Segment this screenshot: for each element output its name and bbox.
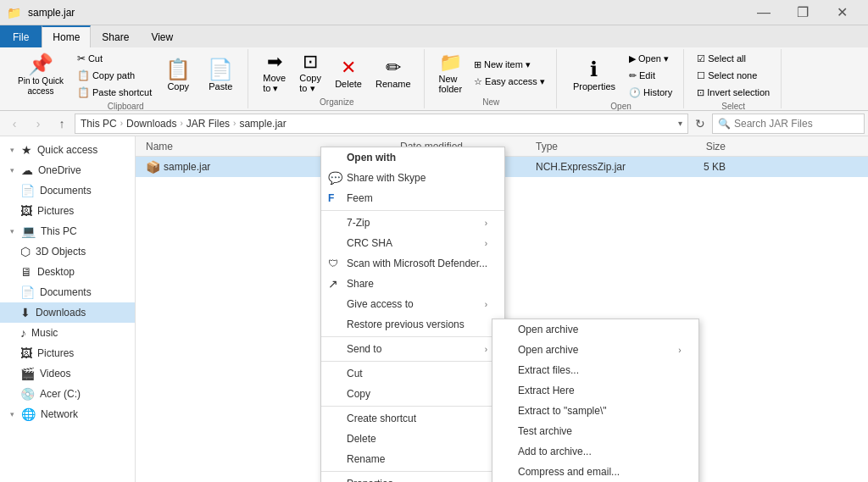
back-button[interactable]: ‹ — [3, 114, 25, 134]
sidebar-item-onedrive[interactable]: ▾ ☁ OneDrive — [0, 160, 135, 180]
ctx-extract-to[interactable]: Extract to "sample\" — [492, 401, 698, 421]
ctx-copy[interactable]: Copy — [321, 384, 504, 404]
address-bar[interactable]: This PC › Downloads › JAR Files › sample… — [75, 114, 688, 134]
sidebar-item-quick-access[interactable]: ▾ ★ Quick access — [0, 140, 135, 160]
ctx-7zip[interactable]: 7-Zip › — [321, 213, 504, 233]
select-all-button[interactable]: ☑ Select all — [693, 51, 750, 66]
sidebar-item-music[interactable]: ♪ Music — [0, 323, 135, 343]
maximize-button[interactable]: ❐ — [783, 0, 822, 25]
search-input[interactable] — [734, 118, 859, 130]
ctx-add-archive[interactable]: Add to archive... — [492, 441, 698, 462]
music-icon: ♪ — [20, 326, 26, 340]
forward-button[interactable]: › — [27, 114, 49, 134]
ctx-delete-label: Delete — [347, 433, 376, 445]
minimize-button[interactable]: — — [744, 0, 783, 25]
pin-label: Pin to Quickaccess — [18, 76, 64, 97]
sidebar-item-3d-objects[interactable]: ⬡ 3D Objects — [0, 241, 135, 262]
ctx-restore-versions[interactable]: Restore previous versions — [321, 314, 504, 335]
ctx-cut-label: Cut — [347, 368, 363, 380]
sidebar-item-videos[interactable]: 🎬 Videos — [0, 363, 135, 384]
new-item-button[interactable]: ⊞ New item ▾ — [470, 58, 549, 73]
rename-button[interactable]: ✏ Rename — [370, 52, 417, 96]
search-box[interactable]: 🔍 — [712, 114, 865, 134]
ctx-compress-email[interactable]: Compress and email... — [492, 462, 698, 482]
ctx-cut[interactable]: Cut — [321, 363, 504, 384]
ctx-give-access[interactable]: Give access to › — [321, 294, 504, 314]
ctx-scan-defender[interactable]: 🛡 Scan with Microsoft Defender... — [321, 253, 504, 274]
move-to-button[interactable]: ➡ Moveto ▾ — [257, 52, 292, 96]
tab-view[interactable]: View — [140, 25, 184, 47]
ctx-scan-label: Scan with Microsoft Defender... — [347, 258, 487, 269]
select-buttons: ☑ Select all ☐ Select none ⊡ Invert sele… — [693, 51, 774, 100]
sidebar-item-pictures-od[interactable]: 🖼 Pictures — [0, 201, 135, 221]
tab-share[interactable]: Share — [91, 25, 140, 47]
videos-icon: 🎬 — [20, 367, 35, 380]
properties-label: Properties — [573, 81, 615, 91]
ctx-share[interactable]: ↗ Share — [321, 274, 504, 294]
edit-button[interactable]: ✏ Edit — [625, 68, 676, 83]
ctx-open-with[interactable]: Open with — [321, 147, 504, 168]
ctx-feem-label: Feem — [347, 192, 373, 204]
defender-icon: 🛡 — [328, 258, 338, 269]
ctx-rename[interactable]: Rename — [321, 449, 504, 469]
cut-button[interactable]: ✂ Cut — [73, 51, 156, 66]
ctx-send-to[interactable]: Send to › — [321, 339, 504, 359]
tab-home[interactable]: Home — [42, 25, 91, 47]
copy-to-button[interactable]: ⊡ Copyto ▾ — [293, 52, 327, 96]
ctx-delete[interactable]: Delete — [321, 429, 504, 449]
ctx-test-archive[interactable]: Test archive — [492, 421, 698, 441]
select-none-label: Select none — [708, 70, 757, 80]
paste-button[interactable]: 📄 Paste — [200, 52, 241, 99]
new-folder-button[interactable]: 📁 Newfolder — [433, 52, 469, 96]
ribbon: File Home Share View 📌 Pin to Quickacces… — [0, 25, 868, 111]
open-label: Open ▾ — [638, 53, 669, 64]
pictures-od-icon: 🖼 — [20, 204, 32, 218]
breadcrumb-thispc[interactable]: This PC — [81, 118, 117, 130]
ctx-open-archive[interactable]: Open archive — [492, 319, 698, 340]
sidebar-item-pictures[interactable]: 🖼 Pictures — [0, 343, 135, 363]
ctx-open-archive2[interactable]: Open archive › — [492, 340, 698, 360]
sidebar-item-downloads[interactable]: ⬇ Downloads — [0, 302, 135, 323]
open-button[interactable]: ▶ Open ▾ — [625, 51, 676, 66]
ctx-extract-to-label: Extract to "sample\" — [518, 405, 607, 417]
sidebar-item-desktop[interactable]: 🖥 Desktop — [0, 262, 135, 282]
ctx-feem[interactable]: F Feem — [321, 188, 504, 208]
col-size[interactable]: Size — [665, 141, 732, 152]
rename-icon: ✏ — [386, 58, 401, 77]
ctx-extract-files[interactable]: Extract files... — [492, 360, 698, 380]
pin-to-quick-access-button[interactable]: 📌 Pin to Quickaccess — [10, 52, 71, 99]
ctx-create-shortcut[interactable]: Create shortcut — [321, 408, 504, 429]
ctx-extract-here[interactable]: Extract Here — [492, 380, 698, 401]
ctx-share-skype[interactable]: 💬 Share with Skype — [321, 168, 504, 188]
open-label: Open — [610, 100, 631, 111]
sidebar-item-acer[interactable]: 💿 Acer (C:) — [0, 384, 135, 404]
history-button[interactable]: 🕐 History — [625, 85, 676, 100]
ctx-crc-sha[interactable]: CRC SHA › — [321, 233, 504, 253]
delete-button[interactable]: ✕ Delete — [329, 52, 368, 96]
ribbon-group-select: ☑ Select all ☐ Select none ⊡ Invert sele… — [686, 49, 782, 108]
ctx-crc-sha-label: CRC SHA — [347, 237, 392, 249]
sidebar-item-documents[interactable]: 📄 Documents — [0, 282, 135, 302]
ctx-properties[interactable]: Properties — [321, 474, 504, 482]
refresh-button[interactable]: ↻ — [690, 114, 710, 134]
address-dropdown[interactable]: ▾ — [678, 119, 682, 128]
tab-file[interactable]: File — [0, 25, 42, 47]
close-button[interactable]: ✕ — [822, 0, 861, 25]
sidebar-item-documents-od[interactable]: 📄 Documents — [0, 180, 135, 201]
breadcrumb-jarfiles[interactable]: JAR Files — [186, 118, 230, 130]
easy-access-button[interactable]: ☆ Easy access ▾ — [470, 75, 549, 90]
breadcrumb-downloads[interactable]: Downloads — [126, 118, 176, 130]
select-none-button[interactable]: ☐ Select none — [693, 68, 761, 83]
copy-path-button[interactable]: 📋 Copy path — [73, 68, 156, 83]
properties-button[interactable]: ℹ Properties — [565, 52, 623, 99]
sidebar-item-network[interactable]: ▾ 🌐 Network — [0, 404, 135, 424]
col-type[interactable]: Type — [529, 141, 665, 152]
up-button[interactable]: ↑ — [51, 114, 73, 134]
submenu-7zip: Open archive Open archive › Extract file… — [492, 319, 699, 482]
delete-icon: ✕ — [341, 58, 356, 77]
search-icon: 🔍 — [718, 118, 731, 130]
sidebar-item-this-pc[interactable]: ▾ 💻 This PC — [0, 221, 135, 241]
invert-selection-button[interactable]: ⊡ Invert selection — [693, 85, 774, 100]
copy-button[interactable]: 📋 Copy — [158, 52, 198, 99]
paste-shortcut-button[interactable]: 📋 Paste shortcut — [73, 85, 156, 100]
